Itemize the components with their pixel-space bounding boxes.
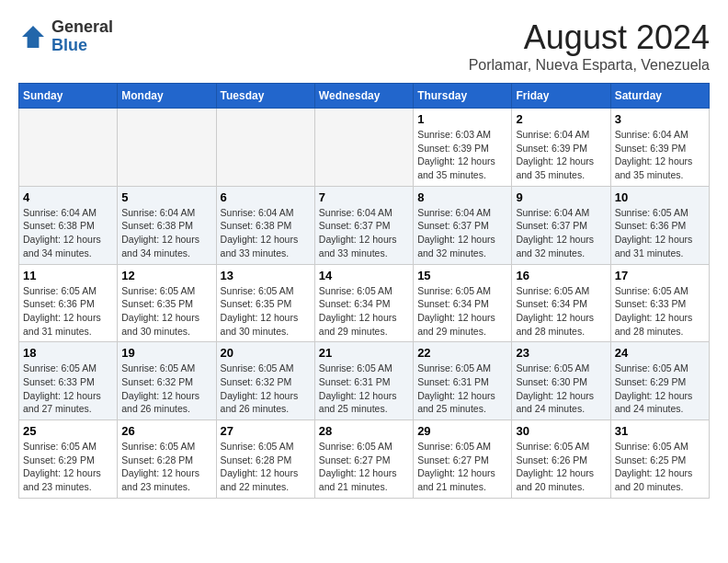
calendar-day-cell: 29Sunrise: 6:05 AM Sunset: 6:27 PM Dayli…: [414, 420, 512, 499]
calendar-day-cell: 13Sunrise: 6:05 AM Sunset: 6:35 PM Dayli…: [216, 264, 314, 342]
calendar-day-cell: 17Sunrise: 6:05 AM Sunset: 6:33 PM Dayli…: [610, 264, 709, 342]
calendar-day-cell: [118, 109, 216, 187]
day-info: Sunrise: 6:05 AM Sunset: 6:27 PM Dayligh…: [417, 440, 507, 494]
day-info: Sunrise: 6:05 AM Sunset: 6:26 PM Dayligh…: [516, 440, 606, 494]
month-year-title: August 2024: [469, 18, 710, 57]
calendar-day-cell: [314, 109, 413, 187]
calendar-day-cell: 3Sunrise: 6:04 AM Sunset: 6:39 PM Daylig…: [610, 109, 709, 187]
day-info: Sunrise: 6:05 AM Sunset: 6:36 PM Dayligh…: [615, 206, 705, 260]
day-number: 27: [221, 424, 311, 438]
day-info: Sunrise: 6:04 AM Sunset: 6:37 PM Dayligh…: [417, 206, 507, 260]
day-info: Sunrise: 6:05 AM Sunset: 6:31 PM Dayligh…: [417, 362, 507, 416]
calendar-day-cell: 7Sunrise: 6:04 AM Sunset: 6:37 PM Daylig…: [314, 186, 413, 264]
day-number: 17: [615, 269, 705, 282]
calendar-day-cell: 11Sunrise: 6:05 AM Sunset: 6:36 PM Dayli…: [19, 264, 118, 342]
day-info: Sunrise: 6:05 AM Sunset: 6:27 PM Dayligh…: [319, 440, 409, 494]
weekday-header-sunday: Sunday: [19, 84, 118, 109]
day-number: 21: [319, 346, 409, 360]
calendar-day-cell: 4Sunrise: 6:04 AM Sunset: 6:38 PM Daylig…: [19, 186, 118, 264]
day-number: 9: [516, 190, 606, 204]
day-info: Sunrise: 6:04 AM Sunset: 6:38 PM Dayligh…: [221, 206, 311, 260]
day-number: 22: [417, 346, 507, 360]
day-number: 6: [221, 190, 311, 204]
calendar-week-row: 4Sunrise: 6:04 AM Sunset: 6:38 PM Daylig…: [19, 186, 710, 264]
day-number: 19: [121, 346, 211, 360]
day-info: Sunrise: 6:05 AM Sunset: 6:35 PM Dayligh…: [121, 284, 211, 339]
calendar-day-cell: 8Sunrise: 6:04 AM Sunset: 6:37 PM Daylig…: [414, 186, 512, 264]
day-info: Sunrise: 6:05 AM Sunset: 6:25 PM Dayligh…: [615, 440, 705, 494]
day-number: 7: [319, 190, 409, 204]
day-info: Sunrise: 6:05 AM Sunset: 6:36 PM Dayligh…: [23, 284, 113, 339]
calendar-day-cell: [19, 109, 118, 187]
weekday-header-wednesday: Wednesday: [314, 84, 413, 109]
day-number: 23: [516, 346, 606, 360]
day-number: 31: [615, 424, 705, 438]
day-info: Sunrise: 6:05 AM Sunset: 6:28 PM Dayligh…: [221, 440, 311, 494]
logo: General Blue: [18, 18, 113, 55]
day-number: 24: [615, 346, 705, 360]
calendar-day-cell: 26Sunrise: 6:05 AM Sunset: 6:28 PM Dayli…: [118, 420, 216, 499]
calendar-day-cell: 23Sunrise: 6:05 AM Sunset: 6:30 PM Dayli…: [512, 342, 610, 420]
day-number: 2: [516, 112, 606, 126]
weekday-header-friday: Friday: [512, 84, 610, 109]
weekday-header-saturday: Saturday: [610, 84, 709, 109]
day-number: 3: [615, 112, 705, 126]
day-number: 10: [615, 190, 705, 204]
logo-general-text: General: [51, 17, 113, 36]
day-info: Sunrise: 6:04 AM Sunset: 6:38 PM Dayligh…: [121, 206, 211, 260]
day-number: 29: [417, 424, 507, 438]
page-header: General Blue August 2024 Porlamar, Nueva…: [18, 18, 710, 74]
calendar-day-cell: 28Sunrise: 6:05 AM Sunset: 6:27 PM Dayli…: [314, 420, 413, 499]
day-number: 28: [319, 424, 409, 438]
calendar-week-row: 1Sunrise: 6:03 AM Sunset: 6:39 PM Daylig…: [19, 109, 710, 187]
weekday-header-tuesday: Tuesday: [216, 84, 314, 109]
day-info: Sunrise: 6:05 AM Sunset: 6:29 PM Dayligh…: [23, 440, 113, 494]
day-number: 12: [121, 269, 211, 282]
day-number: 25: [23, 424, 113, 438]
calendar-day-cell: 30Sunrise: 6:05 AM Sunset: 6:26 PM Dayli…: [512, 420, 610, 499]
day-number: 15: [417, 269, 507, 282]
day-number: 30: [516, 424, 606, 438]
day-info: Sunrise: 6:05 AM Sunset: 6:34 PM Dayligh…: [417, 284, 507, 339]
day-info: Sunrise: 6:05 AM Sunset: 6:34 PM Dayligh…: [516, 284, 606, 339]
day-number: 13: [221, 269, 311, 282]
day-number: 26: [121, 424, 211, 438]
calendar-day-cell: 25Sunrise: 6:05 AM Sunset: 6:29 PM Dayli…: [19, 420, 118, 499]
day-info: Sunrise: 6:05 AM Sunset: 6:35 PM Dayligh…: [221, 284, 311, 339]
day-info: Sunrise: 6:05 AM Sunset: 6:33 PM Dayligh…: [23, 362, 113, 416]
day-info: Sunrise: 6:05 AM Sunset: 6:34 PM Dayligh…: [319, 284, 409, 339]
day-info: Sunrise: 6:03 AM Sunset: 6:39 PM Dayligh…: [417, 128, 507, 182]
calendar-day-cell: 24Sunrise: 6:05 AM Sunset: 6:29 PM Dayli…: [610, 342, 709, 420]
calendar-day-cell: 12Sunrise: 6:05 AM Sunset: 6:35 PM Dayli…: [118, 264, 216, 342]
day-info: Sunrise: 6:04 AM Sunset: 6:38 PM Dayligh…: [23, 206, 113, 260]
day-info: Sunrise: 6:04 AM Sunset: 6:39 PM Dayligh…: [516, 128, 606, 182]
calendar-week-row: 18Sunrise: 6:05 AM Sunset: 6:33 PM Dayli…: [19, 342, 710, 420]
calendar-day-cell: 5Sunrise: 6:04 AM Sunset: 6:38 PM Daylig…: [118, 186, 216, 264]
calendar-day-cell: 31Sunrise: 6:05 AM Sunset: 6:25 PM Dayli…: [610, 420, 709, 499]
calendar-day-cell: 14Sunrise: 6:05 AM Sunset: 6:34 PM Dayli…: [314, 264, 413, 342]
weekday-header-monday: Monday: [118, 84, 216, 109]
day-info: Sunrise: 6:05 AM Sunset: 6:28 PM Dayligh…: [121, 440, 211, 494]
day-info: Sunrise: 6:05 AM Sunset: 6:33 PM Dayligh…: [615, 284, 705, 339]
calendar-day-cell: 18Sunrise: 6:05 AM Sunset: 6:33 PM Dayli…: [19, 342, 118, 420]
calendar-day-cell: 19Sunrise: 6:05 AM Sunset: 6:32 PM Dayli…: [118, 342, 216, 420]
weekday-header-thursday: Thursday: [414, 84, 512, 109]
day-number: 1: [417, 112, 507, 126]
day-number: 18: [23, 346, 113, 360]
day-info: Sunrise: 6:05 AM Sunset: 6:32 PM Dayligh…: [221, 362, 311, 416]
day-number: 20: [221, 346, 311, 360]
calendar-day-cell: 2Sunrise: 6:04 AM Sunset: 6:39 PM Daylig…: [512, 109, 610, 187]
calendar-table: SundayMondayTuesdayWednesdayThursdayFrid…: [18, 83, 710, 499]
calendar-day-cell: 6Sunrise: 6:04 AM Sunset: 6:38 PM Daylig…: [216, 186, 314, 264]
day-info: Sunrise: 6:05 AM Sunset: 6:31 PM Dayligh…: [319, 362, 409, 416]
calendar-day-cell: [216, 109, 314, 187]
calendar-day-cell: 16Sunrise: 6:05 AM Sunset: 6:34 PM Dayli…: [512, 264, 610, 342]
calendar-day-cell: 10Sunrise: 6:05 AM Sunset: 6:36 PM Dayli…: [610, 186, 709, 264]
day-number: 8: [417, 190, 507, 204]
day-info: Sunrise: 6:04 AM Sunset: 6:37 PM Dayligh…: [319, 206, 409, 260]
calendar-week-row: 25Sunrise: 6:05 AM Sunset: 6:29 PM Dayli…: [19, 420, 710, 499]
calendar-day-cell: 15Sunrise: 6:05 AM Sunset: 6:34 PM Dayli…: [414, 264, 512, 342]
day-number: 16: [516, 269, 606, 282]
calendar-day-cell: 22Sunrise: 6:05 AM Sunset: 6:31 PM Dayli…: [414, 342, 512, 420]
calendar-day-cell: 9Sunrise: 6:04 AM Sunset: 6:37 PM Daylig…: [512, 186, 610, 264]
